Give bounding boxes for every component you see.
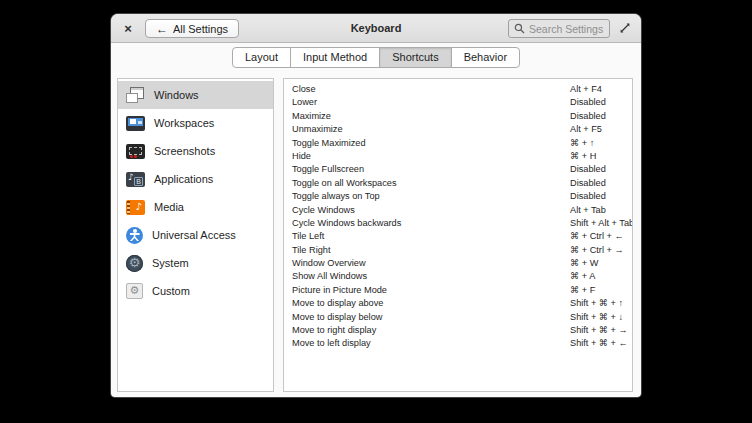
shortcut-binding: ⌘ + H — [570, 150, 596, 163]
sidebar-item[interactable]: Windows — [118, 81, 273, 109]
shortcut-row[interactable]: Window Overview ⌘ + W — [284, 257, 632, 270]
sidebar-item-label: Windows — [154, 89, 199, 101]
shortcut-list: Close Alt + F4 Lower Disabled Maximize D… — [283, 78, 633, 392]
close-icon: × — [124, 21, 132, 36]
sidebar-item-label: Applications — [154, 173, 213, 185]
settings-window: × ← All Settings Keyboard Layout Input M — [111, 14, 641, 397]
shortcut-binding: Disabled — [570, 190, 606, 203]
shortcut-binding: ⌘ + A — [570, 270, 595, 283]
shortcut-row[interactable]: Lower Disabled — [284, 96, 632, 109]
shortcut-action: Toggle on all Workspaces — [292, 177, 397, 190]
sidebar-item-label: Screenshots — [154, 145, 215, 157]
close-button[interactable]: × — [117, 14, 139, 42]
shortcut-row[interactable]: Move to right display Shift + ⌘ + → — [284, 324, 632, 337]
sidebar-item-label: System — [152, 257, 189, 269]
shortcut-binding: Disabled — [570, 177, 606, 190]
shortcut-action: Hide — [292, 150, 311, 163]
applications-icon — [126, 172, 145, 187]
shortcut-row[interactable]: Show All Windows ⌘ + A — [284, 270, 632, 283]
tab-bar: Layout Input Method Shortcuts Behavior — [111, 47, 641, 68]
custom-icon — [126, 283, 143, 299]
windows-icon — [126, 87, 145, 103]
shortcut-binding: Shift + ⌘ + ↑ — [570, 297, 623, 310]
shortcut-row[interactable]: Cycle Windows Alt + Tab — [284, 204, 632, 217]
back-arrow-icon: ← — [156, 23, 168, 35]
shortcut-binding: Disabled — [570, 110, 606, 123]
sidebar-item[interactable]: Applications — [118, 165, 273, 193]
shortcut-action: Toggle Maximized — [292, 137, 366, 150]
search-input[interactable] — [529, 23, 604, 35]
shortcut-row[interactable]: Toggle Fullscreen Disabled — [284, 163, 632, 176]
shortcut-binding: Shift + ⌘ + → — [570, 324, 628, 337]
shortcut-binding: Disabled — [570, 96, 606, 109]
shortcut-binding: ⌘ + W — [570, 257, 598, 270]
shortcut-row[interactable]: Close Alt + F4 — [284, 83, 632, 96]
shortcut-row[interactable]: Toggle on all Workspaces Disabled — [284, 177, 632, 190]
shortcut-action: Unmaximize — [292, 123, 343, 136]
shortcut-action: Move to left display — [292, 337, 371, 350]
shortcut-action: Tile Right — [292, 244, 330, 257]
tab[interactable]: Input Method — [290, 47, 380, 68]
shortcut-binding: ⌘ + ↑ — [570, 137, 594, 150]
shortcut-action: Show All Windows — [292, 270, 367, 283]
sidebar-item[interactable]: System — [118, 249, 273, 277]
search-box[interactable] — [508, 19, 610, 38]
sidebar-item[interactable]: Screenshots — [118, 137, 273, 165]
shortcut-binding: Alt + Tab — [570, 204, 606, 217]
shortcut-row[interactable]: Hide ⌘ + H — [284, 150, 632, 163]
shortcut-row[interactable]: Cycle Windows backwards Shift + Alt + Ta… — [284, 217, 632, 230]
sidebar-item-label: Custom — [152, 285, 190, 297]
media-icon — [126, 200, 145, 215]
all-settings-button[interactable]: ← All Settings — [145, 19, 239, 38]
system-icon — [126, 255, 143, 272]
shortcut-row[interactable]: Unmaximize Alt + F5 — [284, 123, 632, 136]
titlebar: × ← All Settings Keyboard — [111, 14, 641, 43]
shortcut-row[interactable]: Toggle Maximized ⌘ + ↑ — [284, 137, 632, 150]
shortcut-binding: Disabled — [570, 163, 606, 176]
shortcut-binding: Alt + F5 — [570, 123, 602, 136]
shortcut-action: Picture in Picture Mode — [292, 284, 387, 297]
expand-icon[interactable] — [618, 21, 632, 35]
sidebar-item[interactable]: Custom — [118, 277, 273, 305]
shortcut-row[interactable]: Move to display below Shift + ⌘ + ↓ — [284, 311, 632, 324]
tab[interactable]: Layout — [232, 47, 291, 68]
shortcut-binding: Alt + F4 — [570, 83, 602, 96]
screenshots-icon — [126, 144, 145, 159]
tab[interactable]: Behavior — [451, 47, 520, 68]
shortcut-action: Move to display below — [292, 311, 382, 324]
shortcut-action: Toggle Fullscreen — [292, 163, 364, 176]
shortcut-row[interactable]: Tile Right ⌘ + Ctrl + → — [284, 244, 632, 257]
shortcut-row[interactable]: Toggle always on Top Disabled — [284, 190, 632, 203]
shortcut-action: Cycle Windows — [292, 204, 355, 217]
shortcut-row[interactable]: Picture in Picture Mode ⌘ + F — [284, 284, 632, 297]
shortcut-binding: ⌘ + F — [570, 284, 595, 297]
shortcut-binding: Shift + ⌘ + ↓ — [570, 311, 623, 324]
shortcut-action: Maximize — [292, 110, 331, 123]
sidebar-item[interactable]: Universal Access — [118, 221, 273, 249]
shortcut-action: Cycle Windows backwards — [292, 217, 401, 230]
shortcut-binding: ⌘ + Ctrl + → — [570, 244, 624, 257]
shortcut-row[interactable]: Maximize Disabled — [284, 110, 632, 123]
sidebar-item-label: Universal Access — [152, 229, 236, 241]
sidebar-item-label: Media — [154, 201, 184, 213]
universal-access-icon — [126, 227, 143, 244]
shortcut-action: Toggle always on Top — [292, 190, 380, 203]
shortcut-action: Move to display above — [292, 297, 383, 310]
shortcut-row[interactable]: Move to display above Shift + ⌘ + ↑ — [284, 297, 632, 310]
shortcut-row[interactable]: Tile Left ⌘ + Ctrl + ← — [284, 230, 632, 243]
shortcut-row[interactable]: Move to left display Shift + ⌘ + ← — [284, 337, 632, 350]
shortcut-binding: ⌘ + Ctrl + ← — [570, 230, 624, 243]
shortcut-action: Move to right display — [292, 324, 376, 337]
shortcut-action: Window Overview — [292, 257, 366, 270]
search-icon — [514, 23, 525, 34]
sidebar-item[interactable]: Media — [118, 193, 273, 221]
workspaces-icon — [126, 116, 145, 131]
shortcut-binding: Shift + ⌘ + ← — [570, 337, 628, 350]
shortcut-action: Lower — [292, 96, 317, 109]
sidebar-item[interactable]: Workspaces — [118, 109, 273, 137]
shortcut-action: Close — [292, 83, 316, 96]
tab[interactable]: Shortcuts — [379, 47, 451, 68]
shortcut-binding: Shift + Alt + Tab — [570, 217, 633, 230]
sidebar-item-label: Workspaces — [154, 117, 214, 129]
shortcut-action: Tile Left — [292, 230, 324, 243]
